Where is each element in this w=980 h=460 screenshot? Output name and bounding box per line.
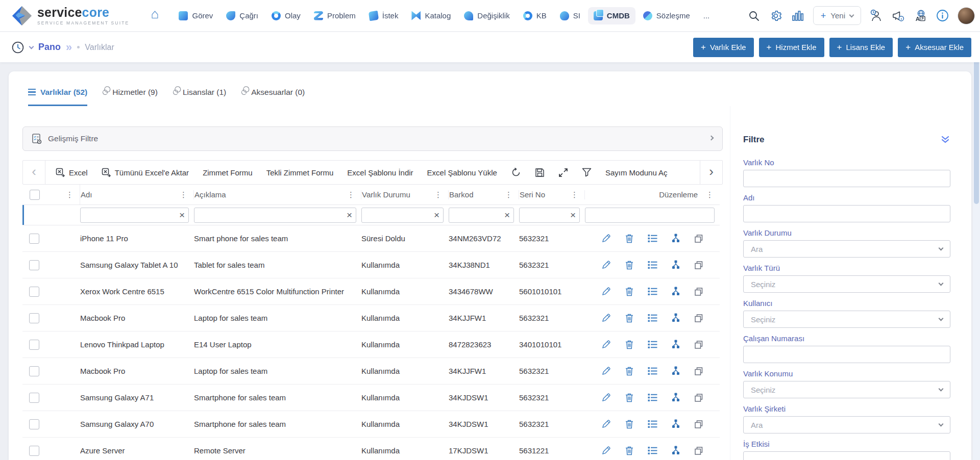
column-menu-icon[interactable] [569, 190, 580, 199]
copy-icon[interactable] [694, 314, 703, 323]
column-menu-icon[interactable] [432, 190, 444, 199]
column-menu-icon[interactable] [704, 190, 716, 199]
history-clock-icon[interactable] [11, 41, 24, 54]
nav-item[interactable]: İstek [363, 7, 404, 24]
toolbar-button[interactable]: Excel Şablonu İndir [347, 168, 413, 177]
column-header[interactable]: Düzenleme [659, 190, 698, 199]
column-menu-icon[interactable] [345, 190, 357, 199]
edit-icon[interactable] [601, 393, 611, 402]
filter-field-input[interactable]: Seçiniz [743, 275, 950, 293]
nav-item[interactable]: ... [698, 7, 716, 24]
delete-icon[interactable] [625, 287, 634, 296]
copy-icon[interactable] [694, 446, 703, 455]
toolbar-button[interactable]: Excel Şablonu Yükle [427, 168, 497, 177]
column-filter-input[interactable] [449, 208, 514, 223]
column-header[interactable]: Barkod [449, 190, 474, 199]
row-checkbox[interactable] [29, 313, 39, 323]
detail-list-icon[interactable] [648, 287, 657, 296]
delete-icon[interactable] [625, 340, 634, 349]
clear-icon[interactable] [504, 210, 510, 220]
hierarchy-icon[interactable] [671, 260, 680, 270]
new-button[interactable]: + Yeni [813, 6, 861, 25]
column-filter-input[interactable] [361, 208, 444, 223]
column-filter-input[interactable] [519, 208, 580, 223]
stats-icon[interactable] [791, 9, 804, 22]
column-header[interactable]: Açıklama [194, 190, 226, 199]
nav-item[interactable]: SI [554, 7, 586, 24]
page-scrollbar[interactable] [973, 32, 980, 460]
delete-icon[interactable] [625, 419, 634, 429]
edit-icon[interactable] [601, 340, 611, 349]
nav-item[interactable] [146, 7, 171, 24]
edit-icon[interactable] [601, 234, 611, 243]
add-button[interactable]: Varlık Ekle [693, 38, 754, 57]
nav-item[interactable]: Problem [308, 7, 361, 24]
row-checkbox[interactable] [29, 446, 39, 456]
copy-icon[interactable] [694, 234, 703, 243]
row-checkbox[interactable] [29, 260, 39, 270]
hierarchy-icon[interactable] [671, 419, 680, 429]
nav-item[interactable]: KB [518, 7, 552, 24]
toolbar-button[interactable]: Tümünü Excel'e Aktar [102, 168, 189, 177]
row-checkbox[interactable] [29, 287, 39, 297]
detail-list-icon[interactable] [648, 367, 657, 375]
select-all-checkbox[interactable] [30, 190, 40, 200]
column-menu-icon[interactable] [64, 190, 76, 199]
row-checkbox[interactable] [29, 366, 39, 376]
nav-item[interactable]: Olay [266, 7, 306, 24]
edit-icon[interactable] [601, 313, 611, 323]
edit-icon[interactable] [601, 366, 611, 376]
hierarchy-icon[interactable] [671, 393, 680, 402]
tab[interactable]: Aksesuarlar (0) [241, 86, 305, 106]
column-header[interactable]: Seri No [520, 190, 545, 199]
column-header[interactable]: Adı [81, 190, 92, 199]
copy-icon[interactable] [694, 420, 703, 429]
filter-field-input[interactable]: Ara [743, 240, 950, 258]
filter-field-input[interactable]: Seçiniz [743, 311, 950, 328]
filter-field-input[interactable] [743, 346, 950, 363]
nav-item[interactable]: Sözleşme [638, 7, 696, 24]
copy-icon[interactable] [694, 367, 703, 376]
edit-icon[interactable] [601, 287, 611, 296]
clear-icon[interactable] [434, 210, 439, 220]
save-icon[interactable] [535, 168, 545, 177]
toolbar-next-button[interactable]: › [700, 161, 722, 184]
delete-icon[interactable] [625, 234, 634, 243]
add-button[interactable]: Hizmet Ekle [759, 38, 824, 57]
hierarchy-icon[interactable] [671, 234, 680, 243]
tab[interactable]: Hizmetler (9) [103, 86, 158, 106]
toolbar-prev-button[interactable]: ‹ [23, 161, 45, 184]
detail-list-icon[interactable] [648, 393, 657, 402]
column-header[interactable]: Varlık Durumu [362, 190, 410, 199]
copy-icon[interactable] [694, 287, 703, 296]
copy-icon[interactable] [694, 340, 703, 349]
column-filter-input[interactable] [585, 208, 715, 223]
user-avatar[interactable] [958, 7, 975, 24]
nav-item[interactable]: Değişiklik [458, 7, 515, 24]
nav-item[interactable]: CMDB [588, 7, 635, 24]
clear-icon[interactable] [347, 210, 352, 220]
hierarchy-icon[interactable] [671, 287, 680, 296]
toolbar-button[interactable]: Zimmet Formu [203, 168, 253, 177]
detail-list-icon[interactable] [648, 340, 657, 349]
add-button[interactable]: Lisans Ekle [829, 38, 893, 57]
filter-field-input[interactable]: Seçiniz [743, 381, 950, 398]
tab[interactable]: Lisanslar (1) [173, 86, 226, 106]
row-checkbox[interactable] [29, 393, 39, 403]
row-checkbox[interactable] [29, 419, 39, 429]
edit-icon[interactable] [601, 446, 611, 455]
toolbar-button[interactable]: Excel [56, 168, 88, 177]
clear-icon[interactable] [179, 210, 185, 220]
nav-item[interactable]: Çağrı [220, 7, 264, 24]
hierarchy-icon[interactable] [671, 366, 680, 376]
nav-item[interactable]: Görev [173, 7, 218, 24]
hierarchy-icon[interactable] [671, 446, 680, 455]
toolbar-button[interactable]: Tekli Zimmet Formu [266, 168, 334, 177]
clear-icon[interactable] [570, 210, 576, 220]
brand-logo[interactable]: servicecore SERVICE MANAGEMENT SUITE [11, 5, 129, 27]
user-clock-icon[interactable] [870, 9, 883, 22]
add-button[interactable]: Aksesuar Ekle [898, 38, 971, 57]
row-checkbox[interactable] [29, 234, 39, 244]
filter-field-input[interactable]: Ara [743, 416, 950, 433]
filter-field-input[interactable] [743, 205, 950, 222]
